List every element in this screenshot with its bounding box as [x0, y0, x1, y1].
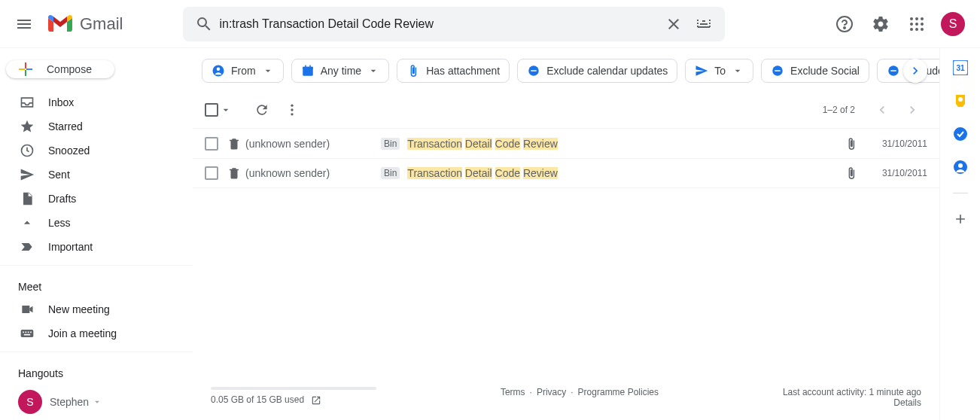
footer-link-terms[interactable]: Terms [501, 387, 525, 397]
filter-chip-any-time[interactable]: Any time [291, 59, 389, 83]
account-avatar[interactable]: S [941, 12, 965, 36]
sidebar-item-drafts[interactable]: Drafts [0, 187, 193, 211]
svg-point-4 [921, 17, 924, 20]
gmail-logo-icon [45, 9, 75, 39]
row-checkbox[interactable] [205, 166, 218, 180]
email-row[interactable]: (unknown sender)BinTransaction Detail Co… [193, 128, 939, 158]
svg-point-10 [921, 28, 924, 31]
footer-link-programme-policies[interactable]: Programme Policies [578, 387, 659, 397]
sidebar-item-less[interactable]: Less [0, 211, 193, 235]
search-input[interactable] [219, 17, 659, 31]
gmail-logo[interactable]: Gmail [45, 9, 123, 39]
support-icon[interactable] [829, 9, 860, 39]
svg-point-36 [954, 127, 967, 141]
filter-scroll-next[interactable] [903, 59, 927, 83]
header-actions: S [829, 9, 965, 39]
app-header: Gmail S [0, 0, 980, 48]
apps-icon[interactable] [902, 9, 932, 39]
trash-icon [227, 166, 241, 180]
svg-rect-23 [309, 65, 311, 68]
svg-point-1 [844, 27, 845, 29]
side-panel: 31 [939, 48, 980, 420]
plus-icon [17, 60, 35, 78]
chip-label: Exclude Social [790, 65, 860, 77]
contacts-app-icon[interactable] [953, 160, 968, 175]
svg-rect-29 [890, 70, 896, 72]
next-page-button[interactable] [897, 95, 927, 125]
details-link[interactable]: Details [783, 397, 921, 408]
row-subject: Transaction Detail Code Review [407, 138, 845, 150]
chip-label: Any time [321, 65, 361, 77]
search-options-icon[interactable] [689, 9, 719, 39]
filter-chip-exclude-social[interactable]: Exclude Social [761, 59, 869, 83]
meet-header: Meet [0, 272, 193, 297]
sidebar-item-snoozed[interactable]: Snoozed [0, 138, 193, 163]
storage-bar [211, 387, 376, 390]
meet-item-join-a-meeting[interactable]: Join a meeting [0, 321, 193, 345]
hangouts-header: Hangouts [0, 358, 193, 384]
filter-chip-exclude-calendar-updates[interactable]: Exclude calendar updates [517, 59, 677, 83]
search-bar [183, 7, 725, 41]
filter-chip-to[interactable]: To [685, 59, 753, 83]
chip-label: To [714, 65, 726, 77]
sidebar-item-starred[interactable]: Starred [0, 114, 193, 138]
svg-rect-27 [775, 70, 781, 72]
prev-page-button[interactable] [867, 95, 897, 125]
filter-chip-from[interactable]: From [202, 59, 284, 83]
exclude-icon [771, 64, 784, 78]
footer-link-privacy[interactable]: Privacy [537, 387, 566, 397]
svg-point-30 [291, 105, 293, 107]
meet-item-new-meeting[interactable]: New meeting [0, 297, 193, 321]
row-subject: Transaction Detail Code Review [407, 167, 845, 179]
get-addons-icon[interactable] [953, 212, 968, 227]
exclude-icon [887, 64, 900, 78]
bin-label: Bin [381, 138, 400, 150]
sidebar-item-important[interactable]: Important [0, 235, 193, 259]
footer: 0.05 GB of 15 GB used Terms·Privacy·Prog… [193, 375, 939, 420]
person-icon [212, 64, 225, 78]
clear-search-icon[interactable] [659, 9, 689, 39]
more-button[interactable] [277, 95, 307, 125]
svg-point-31 [291, 108, 293, 111]
file-icon [20, 191, 35, 206]
keep-app-icon[interactable] [953, 93, 968, 108]
chevron-down-icon [220, 104, 232, 116]
select-all-checkbox[interactable] [205, 103, 232, 117]
svg-rect-13 [23, 332, 24, 333]
filter-chip-has-attachment[interactable]: Has attachment [397, 59, 510, 83]
svg-point-8 [910, 28, 913, 31]
filter-bar: FromAny timeHas attachmentExclude calend… [193, 48, 939, 92]
chip-label: Has attachment [426, 65, 500, 77]
svg-rect-17 [24, 334, 30, 336]
svg-rect-15 [28, 332, 29, 333]
footer-links: Terms·Privacy·Programme Policies [501, 387, 659, 397]
sidebar-item-sent[interactable]: Sent [0, 163, 193, 187]
tasks-app-icon[interactable] [953, 126, 968, 142]
refresh-button[interactable] [247, 95, 277, 125]
gmail-logo-text: Gmail [80, 14, 123, 34]
calendar-app-icon[interactable]: 31 [953, 60, 968, 75]
row-checkbox[interactable] [205, 137, 218, 151]
calendar-icon [301, 64, 315, 78]
main-menu-button[interactable] [6, 6, 42, 42]
row-sender: (unknown sender) [245, 138, 381, 150]
sidebar-item-label: Sent [48, 169, 70, 181]
svg-point-6 [915, 23, 918, 26]
row-date: 31/10/2011 [867, 168, 927, 178]
sidebar-item-label: Snoozed [48, 145, 90, 157]
open-in-new-icon[interactable] [311, 395, 321, 406]
meet-item-label: Join a meeting [48, 327, 117, 339]
sidebar-item-inbox[interactable]: Inbox [0, 90, 193, 114]
attachment-icon [845, 137, 858, 151]
attachment-icon [845, 166, 858, 180]
sidebar-item-label: Important [48, 241, 93, 253]
search-icon[interactable] [189, 9, 219, 39]
inbox-icon [20, 95, 35, 110]
sidebar-item-label: Inbox [48, 96, 74, 108]
page-info: 1–2 of 2 [823, 105, 855, 115]
email-row[interactable]: (unknown sender)BinTransaction Detail Co… [193, 158, 939, 188]
hangouts-user[interactable]: S Stephen [0, 384, 193, 420]
settings-icon[interactable] [866, 9, 896, 39]
svg-point-32 [291, 113, 293, 115]
compose-button[interactable]: Compose [6, 60, 114, 78]
